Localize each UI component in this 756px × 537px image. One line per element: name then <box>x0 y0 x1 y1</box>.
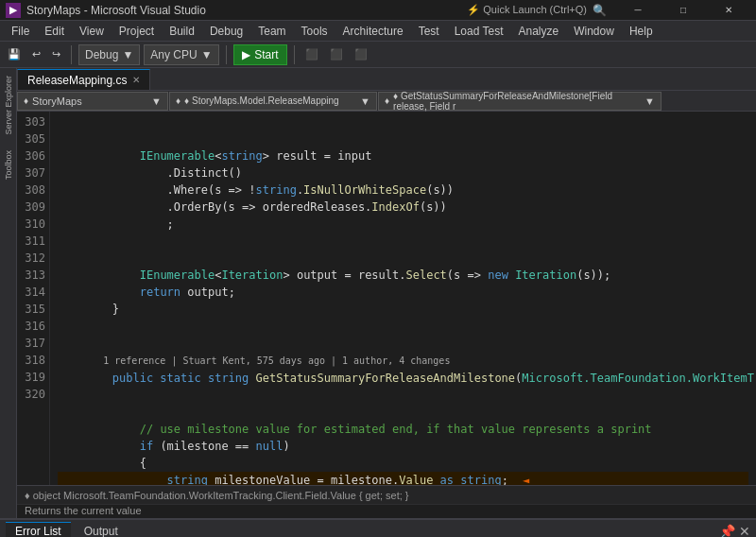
toolbar-btn-4[interactable]: ⬛ <box>301 44 322 65</box>
window-title: StoryMaps - Microsoft Visual Studio <box>26 4 247 17</box>
editor-tabs: ReleaseMapping.cs ✕ <box>17 68 756 91</box>
error-panel-header: Error List Output 📌 ✕ <box>0 520 756 537</box>
main-layout: Server Explorer Toolbox ReleaseMapping.c… <box>0 68 756 518</box>
menu-file[interactable]: File <box>4 23 37 40</box>
code-content[interactable]: IEnumerable<string> result = input .Dist… <box>50 112 756 485</box>
start-button[interactable]: ▶ Start <box>233 44 286 65</box>
panel-close-btn[interactable]: ✕ <box>739 524 750 538</box>
vs-icon: ▶ <box>6 3 21 18</box>
nav-member-dropdown[interactable]: ♦ ♦ StoryMaps.Model.ReleaseMapping ▼ <box>169 92 377 111</box>
window-controls: ─ □ ✕ <box>616 0 750 21</box>
toolbar-sep-3 <box>294 45 295 64</box>
tab-release-mapping[interactable]: ReleaseMapping.cs ✕ <box>17 69 150 90</box>
menu-edit[interactable]: Edit <box>37 23 72 40</box>
quick-launch-box[interactable]: ⚡ Quick Launch (Ctrl+Q) <box>467 4 587 16</box>
error-panel: Error List Output 📌 ✕ Entire Solution ▼ … <box>0 518 756 537</box>
toolbar-sep-1 <box>71 45 72 64</box>
toolbar-btn-1[interactable]: 💾 <box>4 44 25 65</box>
menu-architecture[interactable]: Architecture <box>335 23 411 40</box>
menu-window[interactable]: Window <box>566 23 622 40</box>
toolbar-btn-3[interactable]: ↪ <box>48 44 64 65</box>
menu-view[interactable]: View <box>72 23 112 40</box>
sidebar-server-explorer[interactable]: Server Explorer <box>2 68 15 143</box>
menu-debug[interactable]: Debug <box>202 23 250 40</box>
line-numbers: 303 305 306 307 308 309 310 311 312 313 … <box>17 112 50 485</box>
toolbar-btn-6[interactable]: ⬛ <box>351 44 371 65</box>
quick-info: ♦ object Microsoft.TeamFoundation.WorkIt… <box>17 485 756 504</box>
quick-info-returns: Returns the current value <box>17 504 756 518</box>
toolbar-btn-5[interactable]: ⬛ <box>326 44 347 65</box>
close-button[interactable]: ✕ <box>707 0 750 21</box>
config-dropdown[interactable]: Debug ▼ <box>78 44 140 65</box>
tab-close-btn[interactable]: ✕ <box>132 75 140 85</box>
nav-bar: ♦ StoryMaps ▼ ♦ ♦ StoryMaps.Model.Releas… <box>17 91 756 112</box>
code-editor[interactable]: 303 305 306 307 308 309 310 311 312 313 … <box>17 112 756 485</box>
platform-dropdown[interactable]: Any CPU ▼ <box>144 44 219 65</box>
maximize-button[interactable]: □ <box>662 0 705 21</box>
left-sidebar: Server Explorer Toolbox <box>0 68 17 518</box>
menu-help[interactable]: Help <box>622 23 661 40</box>
tab-error-list[interactable]: Error List <box>6 522 71 537</box>
toolbar-sep-2 <box>226 45 227 64</box>
nav-method-dropdown[interactable]: ♦ ♦ GetStatusSummaryForReleaseAndMilesto… <box>378 92 662 111</box>
editor-area: ReleaseMapping.cs ✕ ♦ StoryMaps ▼ ♦ ♦ St… <box>17 68 756 518</box>
menu-bar: File Edit View Project Build Debug Team … <box>0 21 756 42</box>
tab-output[interactable]: Output <box>75 523 128 538</box>
toolbar: 💾 ↩ ↪ Debug ▼ Any CPU ▼ ▶ Start ⬛ ⬛ ⬛ <box>0 42 756 68</box>
nav-type-dropdown[interactable]: ♦ StoryMaps ▼ <box>17 92 168 111</box>
menu-test[interactable]: Test <box>411 23 447 40</box>
menu-load-test[interactable]: Load Test <box>447 23 511 40</box>
panel-pin-btn[interactable]: 📌 <box>719 524 735 538</box>
title-bar: ▶ StoryMaps - Microsoft Visual Studio ⚡ … <box>0 0 756 21</box>
menu-project[interactable]: Project <box>112 23 162 40</box>
menu-tools[interactable]: Tools <box>294 23 335 40</box>
menu-build[interactable]: Build <box>162 23 202 40</box>
sidebar-toolbox[interactable]: Toolbox <box>2 143 15 187</box>
minimize-button[interactable]: ─ <box>616 0 660 21</box>
menu-team[interactable]: Team <box>250 23 293 40</box>
menu-analyze[interactable]: Analyze <box>510 23 566 40</box>
toolbar-btn-2[interactable]: ↩ <box>28 44 44 65</box>
